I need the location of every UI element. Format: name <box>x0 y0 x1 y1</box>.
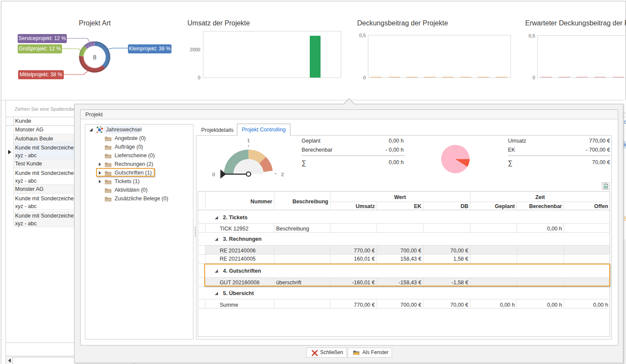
svg-text:8: 8 <box>93 53 97 61</box>
svg-text:1: 1 <box>247 138 250 143</box>
svg-text:0: 0 <box>212 172 215 177</box>
svg-text:2: 2 <box>281 172 283 177</box>
